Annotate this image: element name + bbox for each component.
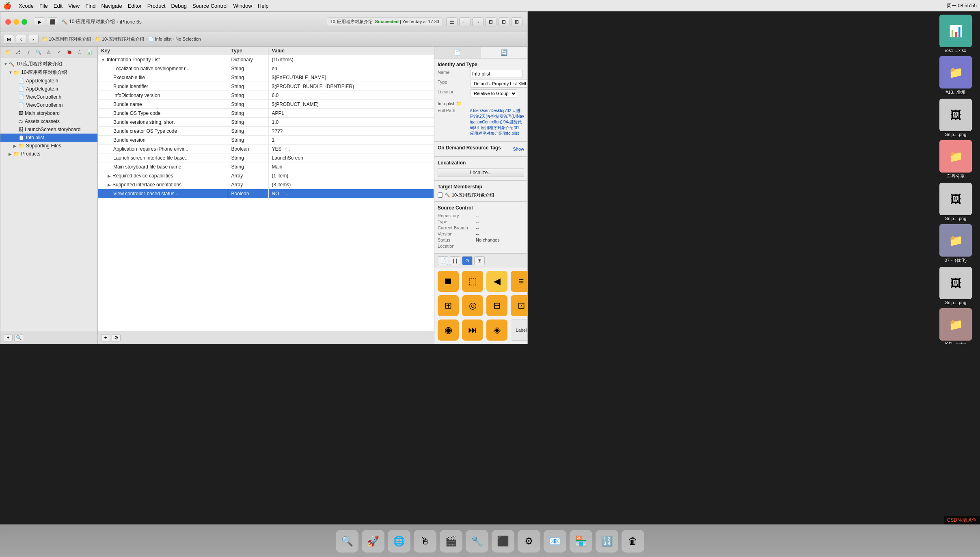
obj-icon-7[interactable]: ⊡: [511, 295, 527, 316]
menu-debug[interactable]: Debug: [171, 3, 187, 9]
plist-settings-btn[interactable]: ⚙: [112, 334, 121, 341]
obj-icon-0[interactable]: ⏹: [438, 271, 459, 292]
apple-menu[interactable]: 🍎: [3, 2, 11, 10]
nav-fwd-btn[interactable]: ›: [28, 35, 39, 44]
dock-finder[interactable]: 🔍: [336, 530, 358, 553]
sidebar-item-main-storyboard[interactable]: 🖼 Main.storyboard: [0, 109, 97, 117]
sidebar-item-appdelegate-h[interactable]: 📄 AppDelegate.h: [0, 77, 97, 85]
dock-xcode-tools[interactable]: 🔧: [466, 530, 488, 553]
layout-back-btn[interactable]: ←: [459, 17, 471, 26]
insp-tab-identity[interactable]: 🔄: [481, 47, 528, 58]
obj-icon-1[interactable]: ⬚: [462, 271, 483, 292]
plist-row-14[interactable]: ▶Supported interface orientationsArray(3…: [98, 180, 434, 189]
dock-mail[interactable]: 📧: [544, 530, 566, 553]
plist-row-9[interactable]: Bundle versionString1: [98, 136, 434, 145]
insp-location-select[interactable]: Relative to Group: [470, 89, 517, 97]
plist-row-2[interactable]: Executable fileString${EXECUTABLE_NAME}: [98, 73, 434, 82]
desktop-icon-7[interactable]: 📁 KSI...aster: [935, 308, 977, 344]
menu-help[interactable]: Help: [258, 3, 269, 9]
dock-trash[interactable]: 🗑: [622, 530, 644, 553]
plist-row-13[interactable]: ▶Required device capabilitiesArray(1 ite…: [98, 171, 434, 180]
project-tab-label[interactable]: 10-应用程序对象介绍: [69, 18, 115, 25]
plist-row-5[interactable]: Bundle nameString$(PRODUCT_NAME): [98, 100, 434, 109]
dock-safari[interactable]: 🌐: [388, 530, 410, 553]
device-label[interactable]: iPhone 6s: [120, 19, 141, 25]
menu-edit[interactable]: Edit: [54, 3, 63, 9]
menu-navigate[interactable]: Navigate: [101, 3, 122, 9]
sidebar-search-icon[interactable]: 🔍: [35, 49, 43, 56]
obj-icon-10[interactable]: ◈: [486, 320, 507, 341]
sidebar-symbol-icon[interactable]: 𝑓: [24, 49, 32, 56]
desktop-icon-2[interactable]: 🖼 Snip....png: [935, 99, 977, 137]
plist-row-7[interactable]: Bundle versions string, shortString1.0: [98, 118, 434, 127]
menu-editor[interactable]: Editor: [128, 3, 142, 9]
plist-row-11[interactable]: Launch screen interface file base...Stri…: [98, 153, 434, 162]
obj-icon-6[interactable]: ⊟: [486, 295, 507, 316]
sidebar-filter-input[interactable]: 🔍: [14, 334, 23, 341]
desktop-icon-4[interactable]: 🖼 Snip....png: [935, 183, 977, 221]
plist-row-10[interactable]: Application requires iPhone envir...Bool…: [98, 145, 434, 153]
insp-type-select[interactable]: Default - Property List XML: [470, 80, 527, 88]
desktop-icon-5[interactable]: 📁 07-···(优化): [935, 224, 977, 263]
sidebar-debug-icon[interactable]: 🐞: [65, 49, 73, 56]
menu-xcode[interactable]: Xcode: [19, 3, 34, 9]
dock-terminal[interactable]: ⬛: [492, 530, 514, 553]
row-toggle-13[interactable]: ▶: [108, 174, 111, 178]
insp-reveal-icon[interactable]: 📁: [456, 101, 462, 106]
dock-media[interactable]: 🎬: [440, 530, 462, 553]
desktop-icon-6[interactable]: 🖼 Snip....png: [935, 267, 977, 305]
stop-button[interactable]: ⬛: [47, 17, 58, 26]
menu-source-control[interactable]: Source Control: [192, 3, 228, 9]
add-file-button[interactable]: +: [4, 334, 13, 341]
nav-grid-btn[interactable]: ⊞: [4, 35, 14, 44]
nav-bc-1[interactable]: 📁 10-应用程序对象介绍: [42, 37, 91, 41]
sidebar-item-products[interactable]: ▶ 📁 Products: [0, 150, 97, 158]
nav-bc-3[interactable]: 📄 Info.plist: [148, 37, 172, 41]
plist-row-0[interactable]: ▼Information Property ListDictionary(15 …: [98, 55, 434, 64]
dock-app-store[interactable]: 🏪: [570, 530, 592, 553]
plist-row-6[interactable]: Bundle OS Type codeStringAPPL: [98, 109, 434, 118]
menu-product[interactable]: Product: [147, 3, 166, 9]
sidebar-item-assets[interactable]: 🗂 Assets.xcassets: [0, 117, 97, 125]
insp-tab-file[interactable]: 📄: [434, 47, 481, 58]
dock-launchpad[interactable]: 🚀: [362, 530, 384, 553]
sidebar-git-icon[interactable]: ⎇: [14, 49, 22, 56]
plist-stepper-15[interactable]: ⌃⌄: [282, 192, 289, 196]
target-checkbox[interactable]: [438, 192, 443, 198]
sidebar-item-appdelegate-m[interactable]: 📄 AppDelegate.m: [0, 85, 97, 93]
ibt-file-btn[interactable]: 📄: [438, 256, 448, 265]
panel-left-btn[interactable]: ⊟: [485, 17, 496, 26]
sidebar-item-supporting-files[interactable]: ▶ 📁 Supporting Files: [0, 142, 97, 150]
obj-icon-2[interactable]: ◀: [486, 271, 507, 292]
plist-stepper-10[interactable]: ⌃⌄: [285, 147, 291, 151]
row-toggle-14[interactable]: ▶: [108, 183, 111, 187]
desktop-icon-1[interactable]: 📁 #13...业堆: [935, 56, 977, 95]
panel-center-btn[interactable]: ⊡: [498, 17, 509, 26]
run-button[interactable]: ▶: [34, 17, 45, 26]
menu-file[interactable]: File: [39, 3, 48, 9]
sidebar-item-viewcontroller-h[interactable]: 📄 ViewController.h: [0, 93, 97, 101]
layout-fwd-btn[interactable]: →: [472, 17, 484, 26]
nav-bc-2[interactable]: 📁 10-应用程序对象介绍: [95, 37, 144, 41]
localize-button[interactable]: Localize...: [438, 168, 524, 177]
layout-list-btn[interactable]: ☰: [446, 17, 458, 26]
ibt-circle-btn[interactable]: ⊙: [462, 256, 473, 265]
ibt-code-btn[interactable]: { }: [450, 256, 460, 265]
plist-row-12[interactable]: Main storyboard file base nameStringMain: [98, 162, 434, 171]
ibt-grid-btn[interactable]: ⊞: [474, 256, 485, 265]
sidebar-folder-icon[interactable]: 📁: [4, 49, 12, 56]
show-link[interactable]: Show: [513, 147, 524, 151]
nav-back-btn[interactable]: ‹: [16, 35, 26, 44]
add-plist-row-btn[interactable]: +: [101, 334, 110, 341]
desktop-icon-3[interactable]: 📁 车丹分享: [935, 140, 977, 179]
sidebar-item-launch-storyboard[interactable]: 🖼 LaunchScreen.storyboard: [0, 125, 97, 134]
menu-view[interactable]: View: [68, 3, 80, 9]
dock-keypad[interactable]: 🔢: [596, 530, 618, 553]
sidebar-item-viewcontroller-m[interactable]: 📄 ViewController.m: [0, 101, 97, 109]
obj-icon-5[interactable]: ◎: [462, 295, 483, 316]
obj-icon-label[interactable]: Label: [511, 320, 527, 341]
plist-row-3[interactable]: Bundle identifierString$(PRODUCT_BUNDLE_…: [98, 82, 434, 91]
sidebar-warn-icon[interactable]: ⚠: [45, 49, 53, 56]
plist-row-1[interactable]: Localization native development r...Stri…: [98, 64, 434, 73]
obj-icon-9[interactable]: ⏭: [462, 320, 483, 341]
